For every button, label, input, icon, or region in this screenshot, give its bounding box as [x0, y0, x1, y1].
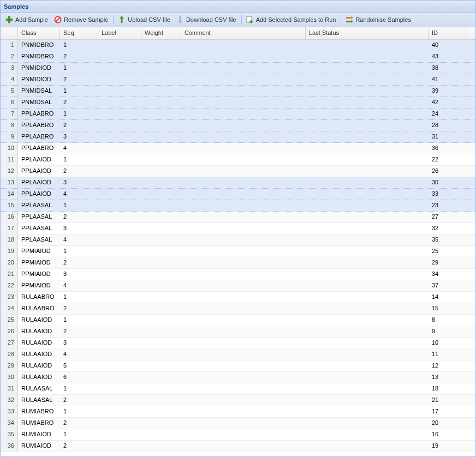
table-row[interactable]: 34RUMIABRO220	[1, 418, 475, 429]
weight-cell	[141, 143, 181, 154]
remove-sample-button[interactable]: Remove Sample	[51, 14, 110, 25]
status-cell	[306, 395, 429, 406]
table-row[interactable]: 6PNMIDSAL242	[1, 97, 475, 109]
label-cell	[98, 269, 141, 280]
class-cell: RULAABRO	[18, 292, 60, 303]
table-row[interactable]: 35RUMIAIOD116	[1, 429, 475, 441]
add-to-run-button[interactable]: Add Selected Samples to Run	[243, 14, 338, 25]
column-header-seq[interactable]: Seq	[60, 27, 98, 39]
label-cell	[98, 372, 141, 383]
table-row[interactable]: 13PPLAAIOD330	[1, 177, 475, 189]
table-row[interactable]: 4PNMIDIOD241	[1, 74, 475, 86]
table-row[interactable]: 22PPMIAIOD437	[1, 280, 475, 292]
seq-cell: 2	[60, 120, 98, 131]
table-row[interactable]: 29RULAAIOD512	[1, 360, 475, 372]
row-number-cell: 6	[1, 97, 18, 108]
table-row[interactable]: 14PPLAAIOD433	[1, 189, 475, 200]
weight-cell	[141, 189, 181, 200]
randomise-label: Randomise Samples	[355, 16, 411, 23]
id-cell: 39	[429, 86, 466, 97]
comment-cell	[181, 51, 306, 62]
table-row[interactable]: 26RULAAIOD29	[1, 326, 475, 338]
id-cell: 24	[429, 109, 466, 119]
comment-cell	[181, 200, 306, 211]
weight-cell	[141, 51, 181, 62]
table-row[interactable]: 27RULAAIOD310	[1, 338, 475, 349]
comment-cell	[181, 109, 306, 119]
table-row[interactable]: 21PPMIAIOD334	[1, 269, 475, 280]
table-row[interactable]: 9PPLAABRO331	[1, 131, 475, 143]
class-cell: RULAAIOD	[18, 326, 60, 337]
status-cell	[306, 315, 429, 326]
table-row[interactable]: 25RULAAIOD18	[1, 315, 475, 326]
id-cell: 23	[429, 200, 466, 211]
table-row[interactable]: 8PPLAABRO228	[1, 120, 475, 131]
table-row[interactable]: 18PPLAASAL435	[1, 234, 475, 246]
weight-cell	[141, 63, 181, 74]
table-row[interactable]: 5PNMIDSAL139	[1, 86, 475, 97]
comment-cell	[181, 383, 306, 394]
row-number-cell: 25	[1, 315, 18, 326]
comment-cell	[181, 86, 306, 97]
grid-body[interactable]: 1PNMIDBRO1402PNMIDBRO2433PNMIDIOD1384PNM…	[1, 40, 475, 456]
table-row[interactable]: 2PNMIDBRO243	[1, 51, 475, 63]
table-row[interactable]: 33RUMIABRO117	[1, 406, 475, 418]
status-cell	[306, 360, 429, 371]
row-number-cell: 9	[1, 131, 18, 142]
toolbar-separator	[113, 15, 114, 25]
table-row[interactable]: 23RULAABRO114	[1, 292, 475, 303]
label-cell	[98, 395, 141, 406]
table-row[interactable]: 11PPLAAIOD122	[1, 154, 475, 166]
upload-csv-button[interactable]: Upload CSV file	[115, 14, 172, 25]
table-row[interactable]: 31RULAASAL118	[1, 383, 475, 395]
comment-cell	[181, 177, 306, 188]
download-icon	[176, 15, 185, 24]
status-cell	[306, 406, 429, 417]
weight-cell	[141, 40, 181, 51]
add-sample-button[interactable]: Add Sample	[3, 14, 50, 25]
class-cell: PNMIDIOD	[18, 63, 60, 74]
table-row[interactable]: 24RULAABRO215	[1, 303, 475, 315]
id-cell: 28	[429, 120, 466, 131]
column-header-weight[interactable]: Weight	[141, 27, 181, 39]
randomise-button[interactable]: Randomise Samples	[343, 14, 413, 25]
label-cell	[98, 234, 141, 245]
table-row[interactable]: 1PNMIDBRO140	[1, 40, 475, 51]
column-header-comment[interactable]: Comment	[181, 27, 306, 39]
status-cell	[306, 74, 429, 85]
table-row[interactable]: 32RULAASAL221	[1, 395, 475, 406]
table-row[interactable]: 7PPLAABRO124	[1, 109, 475, 120]
upload-icon	[117, 15, 126, 24]
table-row[interactable]: 19PPMIAIOD125	[1, 246, 475, 257]
table-row[interactable]: 16PPLAASAL227	[1, 212, 475, 223]
table-row[interactable]: 12PPLAAIOD226	[1, 166, 475, 177]
table-row[interactable]: 3PNMIDIOD138	[1, 63, 475, 74]
class-cell: PPLAASAL	[18, 212, 60, 223]
comment-cell	[181, 223, 306, 234]
toolbar: Add Sample Remove Sample Upload CSV file…	[1, 13, 475, 27]
table-row[interactable]: 28RULAAIOD411	[1, 349, 475, 360]
table-row[interactable]: 36RUMIAIOD219	[1, 441, 475, 452]
status-cell	[306, 257, 429, 268]
column-header-status[interactable]: Last Status	[306, 27, 429, 39]
table-row[interactable]: 15PPLAASAL123	[1, 200, 475, 212]
id-cell: 34	[429, 269, 466, 280]
row-number-header[interactable]	[1, 27, 18, 39]
table-row[interactable]: 17PPLAASAL332	[1, 223, 475, 234]
class-cell: PPLAABRO	[18, 143, 60, 154]
class-cell: RULAAIOD	[18, 360, 60, 371]
column-header-label[interactable]: Label	[98, 27, 141, 39]
weight-cell	[141, 280, 181, 291]
column-header-class[interactable]: Class	[18, 27, 60, 39]
label-cell	[98, 200, 141, 211]
label-cell	[98, 360, 141, 371]
label-cell	[98, 441, 141, 452]
table-row[interactable]: 10PPLAABRO436	[1, 143, 475, 154]
label-cell	[98, 292, 141, 303]
column-header-id[interactable]: ID	[429, 27, 466, 39]
table-row[interactable]: 20PPMIAIOD229	[1, 257, 475, 269]
table-row[interactable]: 30RULAAIOD613	[1, 372, 475, 383]
samples-grid: Class Seq Label Weight Comment Last Stat…	[1, 27, 475, 456]
label-cell	[98, 51, 141, 62]
download-csv-button[interactable]: Download CSV file	[174, 14, 239, 25]
